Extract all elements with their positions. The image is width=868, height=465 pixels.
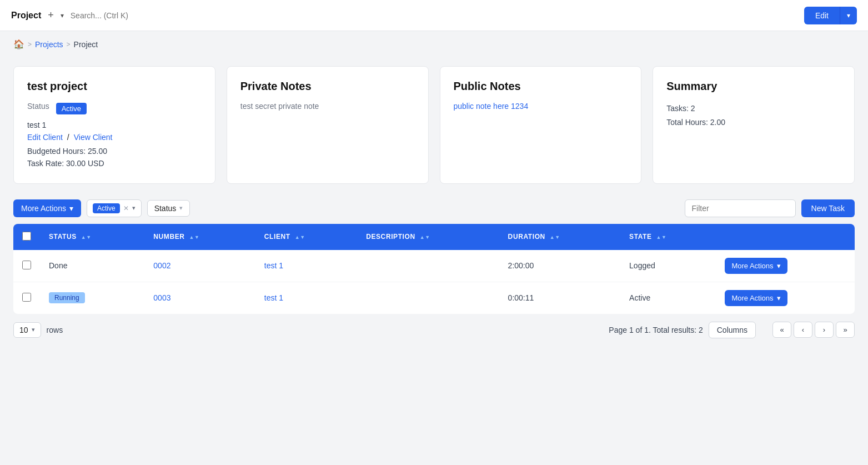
topbar-actions: Edit ▾: [804, 7, 857, 24]
remove-filter-icon[interactable]: ✕: [123, 204, 129, 212]
add-project-button[interactable]: +: [48, 9, 54, 21]
last-page-button[interactable]: »: [836, 322, 855, 338]
tasks-table: STATUS ▲▼ NUMBER ▲▼ CLIENT ▲▼ DESCRIPTIO…: [13, 224, 855, 314]
row-actions-cell: More Actions ▾: [716, 250, 855, 282]
total-hours: Total Hours: 2.00: [666, 116, 841, 129]
project-info: Budgeted Hours: 25.00 Task Rate: 30.00 U…: [27, 145, 202, 170]
search-input[interactable]: [71, 11, 797, 20]
active-filter-chip: Active ✕ ▾: [87, 199, 142, 217]
private-notes-card: Private Notes test secret private note: [227, 66, 429, 184]
rows-value: 10: [19, 326, 28, 334]
row-checkbox-cell: [13, 282, 40, 314]
edit-button[interactable]: Edit: [804, 7, 840, 24]
rows-per-page-select[interactable]: 10 ▾: [13, 322, 41, 338]
row-duration: 2:00:00: [499, 250, 620, 282]
breadcrumb-current: Project: [74, 40, 98, 49]
cards-row: test project Status Active test 1 Edit C…: [0, 57, 868, 193]
topbar: Project + ▾ Edit ▾: [0, 0, 868, 31]
more-actions-label: More Actions: [21, 204, 66, 213]
table-row: Running0003test 10:00:11Active More Acti…: [13, 282, 855, 314]
state-column-header[interactable]: STATE ▲▼: [620, 224, 716, 250]
status-filter[interactable]: Status ▾: [147, 200, 190, 217]
status-filter-chevron-icon: ▾: [179, 204, 183, 212]
prev-page-button[interactable]: ‹: [794, 322, 812, 338]
summary-card: Summary Tasks: 2 Total Hours: 2.00: [653, 66, 855, 184]
tasks-table-container: STATUS ▲▼ NUMBER ▲▼ CLIENT ▲▼ DESCRIPTIO…: [0, 224, 868, 314]
client-column-header[interactable]: CLIENT ▲▼: [255, 224, 357, 250]
select-all-checkbox[interactable]: [22, 232, 31, 241]
active-chip-badge: Active: [93, 203, 120, 213]
link-separator: /: [67, 133, 69, 142]
number-column-header[interactable]: NUMBER ▲▼: [144, 224, 255, 250]
columns-button[interactable]: Columns: [709, 322, 756, 338]
public-notes-title: Public Notes: [454, 80, 628, 93]
row-status: Running: [40, 282, 144, 314]
next-page-button[interactable]: ›: [815, 322, 834, 338]
breadcrumb: 🏠 > Projects > Project: [0, 31, 868, 57]
rows-label: rows: [47, 326, 63, 334]
status-filter-label: Status: [154, 204, 177, 213]
private-notes-title: Private Notes: [240, 80, 415, 93]
breadcrumb-sep-1: >: [28, 41, 32, 48]
row-more-actions-chevron-icon: ▾: [777, 262, 781, 270]
budgeted-hours: Budgeted Hours: 25.00: [27, 145, 202, 157]
public-notes-content: public note here 1234: [454, 102, 628, 111]
client-links-row: Edit Client / View Client: [27, 133, 202, 142]
actions-column-header: [716, 224, 855, 250]
row-more-actions-label: More Actions: [731, 294, 773, 302]
home-icon[interactable]: 🏠: [13, 39, 24, 49]
status-row: Status Active: [27, 102, 202, 115]
row-number[interactable]: 0002: [144, 250, 255, 282]
project-dropdown-icon[interactable]: ▾: [61, 12, 64, 19]
status-column-header[interactable]: STATUS ▲▼: [40, 224, 144, 250]
status-badge: Active: [56, 103, 87, 114]
duration-sort-icon: ▲▼: [550, 235, 560, 240]
row-state: Logged: [620, 250, 716, 282]
number-sort-icon: ▲▼: [189, 235, 200, 240]
more-actions-chevron-icon: ▾: [69, 204, 73, 213]
row-state: Active: [620, 282, 716, 314]
new-task-button[interactable]: New Task: [801, 199, 855, 217]
row-number[interactable]: 0003: [144, 282, 255, 314]
project-title: test project: [27, 80, 202, 93]
view-client-link[interactable]: View Client: [74, 133, 113, 142]
table-row: Done0002test 12:00:00Logged More Actions…: [13, 250, 855, 282]
duration-column-header[interactable]: DURATION ▲▼: [499, 224, 620, 250]
table-body: Done0002test 12:00:00Logged More Actions…: [13, 250, 855, 314]
breadcrumb-sep-2: >: [67, 41, 71, 48]
status-label: Status: [27, 102, 49, 111]
page-info: Page 1 of 1. Total results: 2: [609, 326, 703, 334]
row-actions-cell: More Actions ▾: [716, 282, 855, 314]
row-description: [357, 282, 499, 314]
client-name: test 1: [27, 121, 202, 129]
row-more-actions-label: More Actions: [731, 262, 773, 270]
table-footer: 10 ▾ rows Page 1 of 1. Total results: 2 …: [0, 314, 868, 346]
row-status: Done: [40, 250, 144, 282]
tasks-count: Tasks: 2: [666, 102, 841, 116]
description-sort-icon: ▲▼: [420, 235, 430, 240]
row-more-actions-button[interactable]: More Actions ▾: [725, 258, 787, 274]
toolbar: More Actions ▾ Active ✕ ▾ Status ▾ New T…: [0, 193, 868, 224]
private-notes-content: test secret private note: [240, 102, 415, 111]
breadcrumb-projects[interactable]: Projects: [35, 40, 63, 49]
filter-chip-chevron-icon[interactable]: ▾: [132, 204, 136, 212]
pagination: « ‹ › »: [772, 322, 855, 338]
row-description: [357, 250, 499, 282]
status-sort-icon: ▲▼: [81, 235, 92, 240]
first-page-button[interactable]: «: [772, 322, 791, 338]
row-checkbox[interactable]: [22, 261, 31, 269]
row-client[interactable]: test 1: [255, 250, 357, 282]
row-client[interactable]: test 1: [255, 282, 357, 314]
row-checkbox-cell: [13, 250, 40, 282]
filter-input[interactable]: [685, 199, 796, 217]
row-checkbox[interactable]: [22, 293, 31, 302]
row-more-actions-button[interactable]: More Actions ▾: [725, 290, 787, 306]
row-duration: 0:00:11: [499, 282, 620, 314]
edit-client-link[interactable]: Edit Client: [27, 133, 63, 142]
running-badge: Running: [49, 292, 85, 303]
summary-title: Summary: [666, 80, 841, 93]
edit-dropdown-button[interactable]: ▾: [840, 7, 857, 24]
more-actions-button[interactable]: More Actions ▾: [13, 199, 81, 217]
description-column-header[interactable]: DESCRIPTION ▲▼: [357, 224, 499, 250]
project-card: test project Status Active test 1 Edit C…: [13, 66, 215, 184]
